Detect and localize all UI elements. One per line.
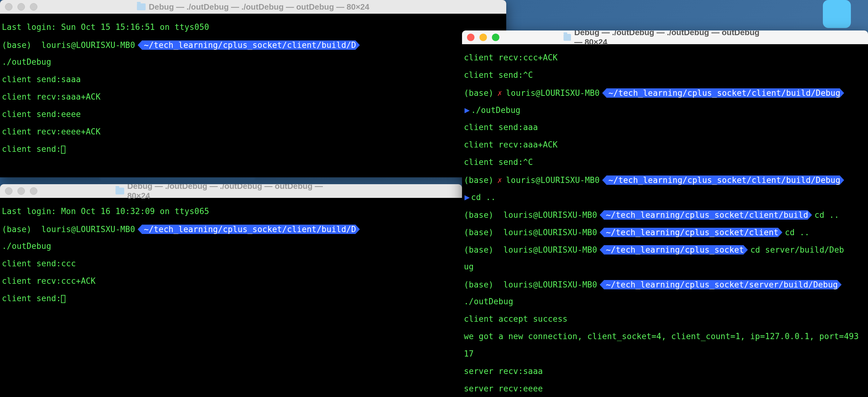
output-line: 17	[464, 350, 866, 359]
traffic-lights	[5, 187, 37, 195]
terminal-window-bottom-left[interactable]: Debug — ./outDebug — ./outDebug — outDeb…	[0, 184, 462, 397]
window-title: Debug — ./outDebug — ./outDebug — outDeb…	[116, 184, 346, 201]
prompt-path: ~/tech_learning/cplus_socket/client/buil…	[137, 225, 360, 234]
output-line: ./outDebug	[2, 58, 504, 67]
prompt-base: (base)	[2, 41, 31, 49]
output-line: Last login: Mon Oct 16 10:32:09 on ttys0…	[2, 207, 460, 217]
prompt-path: ~/tech_learning/cplus_socket/client/buil…	[600, 210, 812, 220]
prompt-path: ~/tech_learning/cplus_socket	[600, 245, 748, 255]
prompt-user-host: louris@LOURISXU-MB0	[41, 225, 135, 233]
prompt-line: (base) louris@LOURISXU-MB0~/tech_learnin…	[2, 225, 460, 234]
output-line: client recv:saaa+ACK	[2, 93, 504, 102]
error-x-icon: ✗	[497, 176, 502, 184]
output-line: client recv:ccc+ACK	[2, 277, 460, 286]
folder-icon	[137, 3, 146, 10]
prompt-user-host: louris@LOURISXU-MB0	[503, 228, 597, 236]
app-icon-square	[823, 0, 851, 28]
output-line: client send:	[2, 145, 504, 154]
command-text: cd server/build/Deb	[750, 246, 844, 254]
window-title: Debug — ./outDebug — ./outDebug — outDeb…	[137, 2, 370, 12]
maximize-button[interactable]	[30, 187, 37, 195]
terminal-content[interactable]: client recv:ccc+ACK client send:^C (base…	[462, 44, 868, 397]
titlebar[interactable]: Debug — ./outDebug — ./outDebug — outDeb…	[462, 31, 868, 44]
output-line: client send:ccc	[2, 260, 460, 269]
output-line: client recv:aaa+ACK	[464, 141, 866, 150]
prompt-line: (base) louris@LOURISXU-MB0~/tech_learnin…	[464, 228, 866, 237]
prompt-base: (base)	[464, 280, 493, 289]
traffic-lights	[5, 3, 37, 10]
output-line: client send:aaa	[464, 123, 866, 133]
minimize-button[interactable]	[18, 187, 25, 195]
output-line: ug	[464, 263, 866, 272]
window-title: Debug — ./outDebug — ./outDebug — outDeb…	[563, 31, 767, 47]
prompt-user-host: louris@LOURISXU-MB0	[41, 41, 135, 49]
prompt-base: (base)	[464, 228, 493, 236]
prompt-path: ~/tech_learning/cplus_socket/client/buil…	[602, 175, 844, 185]
output-line: server recv:saaa	[464, 367, 866, 376]
minimize-button[interactable]	[18, 3, 25, 10]
output-line: ./outDebug	[464, 297, 866, 307]
prompt-user-host: louris@LOURISXU-MB0	[503, 280, 597, 289]
titlebar[interactable]: Debug — ./outDebug — ./outDebug — outDeb…	[0, 184, 462, 198]
output-line: we got a new connection, client_socket=4…	[464, 332, 866, 342]
prompt-path: ~/tech_learning/cplus_socket/client/buil…	[602, 88, 844, 98]
title-text: Debug — ./outDebug — ./outDebug — outDeb…	[127, 184, 346, 201]
maximize-button[interactable]	[30, 3, 37, 10]
terminal-window-right[interactable]: Debug — ./outDebug — ./outDebug — outDeb…	[462, 31, 868, 397]
prompt-line: (base) louris@LOURISXU-MB0~/tech_learnin…	[464, 210, 866, 220]
close-button[interactable]	[5, 3, 12, 10]
cursor-icon	[61, 145, 65, 154]
prompt-base: (base)	[464, 176, 493, 184]
terminal-window-top-left[interactable]: Debug — ./outDebug — ./outDebug — outDeb…	[0, 0, 506, 177]
prompt-line: (base)✗louris@LOURISXU-MB0~/tech_learnin…	[464, 88, 866, 98]
output-line: ./outDebug	[2, 242, 460, 252]
maximize-button[interactable]	[492, 34, 499, 41]
title-text: Debug — ./outDebug — ./outDebug — outDeb…	[149, 2, 370, 12]
prompt-path: ~/tech_learning/cplus_socket/client	[600, 228, 782, 237]
prompt-base: (base)	[2, 225, 31, 233]
output-line: client accept success	[464, 315, 866, 324]
output-line: Last login: Sun Oct 15 15:16:51 on ttys0…	[2, 23, 504, 32]
prompt-line: (base)✗louris@LOURISXU-MB0~/tech_learnin…	[464, 175, 866, 185]
folder-icon	[116, 188, 124, 194]
close-button[interactable]	[467, 34, 474, 41]
output-line: client send:^C	[464, 71, 866, 80]
prompt-base: (base)	[464, 246, 493, 254]
prompt-base: (base)	[464, 89, 493, 97]
prompt-user-host: louris@LOURISXU-MB0	[506, 89, 600, 97]
output-line: client recv:eeee+ACK	[2, 128, 504, 137]
output-line: client send:saaa	[2, 75, 504, 85]
titlebar[interactable]: Debug — ./outDebug — ./outDebug — outDeb…	[0, 0, 506, 14]
terminal-content[interactable]: Last login: Mon Oct 16 10:32:09 on ttys0…	[0, 198, 462, 321]
command-line: ▶./outDebug	[464, 106, 866, 115]
error-x-icon: ✗	[497, 89, 502, 97]
chevron-right-icon: ▶	[465, 192, 470, 202]
command-text: cd ..	[785, 228, 809, 236]
output-line: client send:^C	[464, 158, 866, 167]
prompt-line: (base) louris@LOURISXU-MB0~/tech_learnin…	[464, 245, 866, 255]
command-text: cd ..	[814, 211, 839, 219]
prompt-base: (base)	[464, 211, 493, 219]
prompt-user-host: louris@LOURISXU-MB0	[503, 211, 597, 219]
chevron-right-icon: ▶	[465, 105, 470, 115]
minimize-button[interactable]	[479, 34, 487, 41]
prompt-line: (base) louris@LOURISXU-MB0~/tech_learnin…	[464, 280, 866, 289]
traffic-lights	[467, 34, 499, 41]
prompt-path: ~/tech_learning/cplus_socket/client/buil…	[137, 40, 360, 50]
close-button[interactable]	[5, 187, 12, 195]
prompt-path: ~/tech_learning/cplus_socket/server/buil…	[600, 280, 841, 289]
title-text: Debug — ./outDebug — ./outDebug — outDeb…	[574, 31, 767, 47]
output-line: client recv:ccc+ACK	[464, 54, 866, 63]
terminal-content[interactable]: Last login: Sun Oct 15 15:16:51 on ttys0…	[0, 14, 506, 172]
prompt-user-host: louris@LOURISXU-MB0	[503, 246, 597, 254]
prompt-line: (base) louris@LOURISXU-MB0~/tech_learnin…	[2, 40, 504, 50]
output-line: client send:eeee	[2, 110, 504, 120]
output-line: server recv:eeee	[464, 385, 866, 394]
cursor-icon	[61, 295, 65, 303]
command-line: ▶cd ..	[464, 193, 866, 202]
prompt-user-host: louris@LOURISXU-MB0	[506, 176, 600, 184]
output-line: client send:	[2, 294, 460, 304]
folder-icon	[563, 34, 571, 41]
